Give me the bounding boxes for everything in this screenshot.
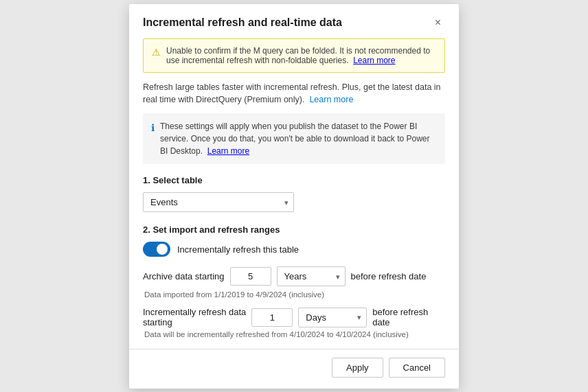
apply-button[interactable]: Apply bbox=[332, 358, 383, 378]
cancel-button[interactable]: Cancel bbox=[389, 358, 445, 378]
warning-learn-more-link[interactable]: Learn more bbox=[353, 56, 395, 65]
refresh-suffix-line1: before refresh bbox=[372, 307, 428, 317]
toggle-label: Incrementally refresh this table bbox=[177, 244, 299, 255]
dialog-overlay: Incremental refresh and real-time data ×… bbox=[0, 0, 588, 392]
table-select-wrapper: Events Table1 Table2 ▾ bbox=[143, 192, 294, 212]
refresh-row: Incrementally refresh data starting Days… bbox=[143, 307, 445, 327]
description-learn-more-link[interactable]: Learn more bbox=[309, 95, 353, 104]
close-button[interactable]: × bbox=[431, 15, 445, 30]
archive-row: Archive data starting Days Months Years … bbox=[143, 266, 445, 286]
info-banner: ℹ These settings will apply when you pub… bbox=[143, 113, 445, 164]
warning-text: Unable to confirm if the M query can be … bbox=[166, 46, 436, 65]
refresh-label-col: Incrementally refresh data starting bbox=[143, 307, 246, 327]
refresh-unit-select[interactable]: Days Months Years bbox=[298, 308, 367, 327]
archive-label: Archive data starting bbox=[143, 271, 225, 281]
toggle-row: Incrementally refresh this table bbox=[143, 242, 445, 257]
warning-banner: ⚠ Unable to confirm if the M query can b… bbox=[143, 38, 445, 73]
refresh-label-line1: Incrementally refresh data bbox=[143, 307, 246, 317]
incremental-refresh-toggle[interactable] bbox=[143, 242, 170, 257]
refresh-note: Data will be incrementally refreshed fro… bbox=[144, 330, 445, 338]
refresh-unit-wrapper: Days Months Years ▾ bbox=[298, 308, 367, 327]
info-learn-more-link[interactable]: Learn more bbox=[207, 146, 249, 156]
section2-title: 2. Set import and refresh ranges bbox=[143, 224, 445, 235]
description: Refresh large tables faster with increme… bbox=[143, 81, 445, 107]
refresh-suffix-line2: date bbox=[372, 317, 389, 327]
refresh-label-line2: starting bbox=[143, 317, 246, 327]
section-select-table: 1. Select table Events Table1 Table2 ▾ bbox=[143, 175, 445, 212]
refresh-inputs: Days Months Years ▾ before refresh date bbox=[251, 307, 428, 327]
archive-unit-wrapper: Days Months Years ▾ bbox=[277, 266, 346, 286]
dialog: Incremental refresh and real-time data ×… bbox=[129, 4, 459, 389]
section1-title: 1. Select table bbox=[143, 175, 445, 185]
info-text: These settings will apply when you publi… bbox=[160, 120, 437, 157]
section-import-refresh: 2. Set import and refresh ranges Increme… bbox=[143, 224, 445, 338]
archive-note: Data imported from 1/1/2019 to 4/9/2024 … bbox=[144, 290, 445, 299]
refresh-value-input[interactable] bbox=[251, 308, 293, 327]
refresh-suffix: before refresh date bbox=[372, 307, 428, 327]
archive-unit-select[interactable]: Days Months Years bbox=[277, 266, 346, 286]
archive-suffix: before refresh date bbox=[351, 271, 427, 281]
archive-value-input[interactable] bbox=[230, 267, 271, 286]
table-select[interactable]: Events Table1 Table2 bbox=[143, 192, 294, 212]
info-icon: ℹ bbox=[151, 121, 155, 135]
dialog-header: Incremental refresh and real-time data × bbox=[129, 4, 459, 38]
dialog-title: Incremental refresh and real-time data bbox=[143, 16, 342, 29]
dialog-footer: Apply Cancel bbox=[129, 349, 459, 389]
warning-icon: ⚠ bbox=[152, 47, 161, 58]
dialog-body: ⚠ Unable to confirm if the M query can b… bbox=[129, 38, 459, 349]
toggle-slider bbox=[143, 242, 170, 257]
